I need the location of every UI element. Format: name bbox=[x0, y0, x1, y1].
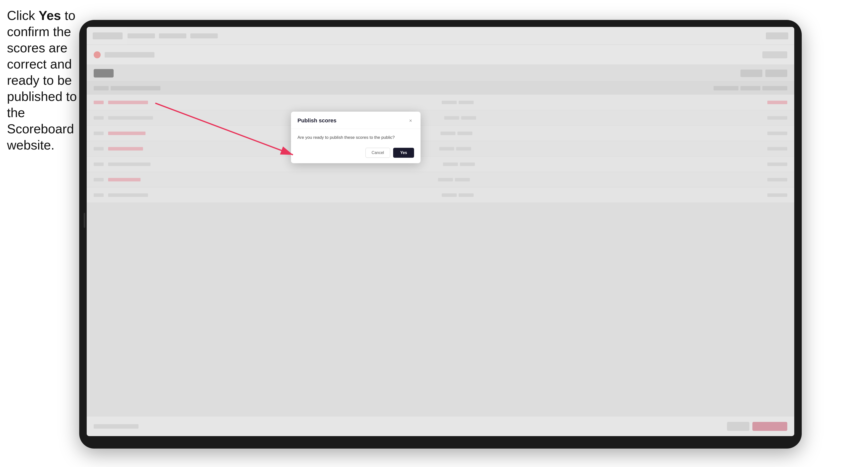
modal-footer: Cancel Yes bbox=[291, 145, 421, 163]
modal-title: Publish scores bbox=[298, 117, 337, 124]
modal-overlay: Publish scores × Are you ready to publis… bbox=[87, 27, 794, 436]
modal-header: Publish scores × bbox=[291, 112, 421, 129]
tablet-screen: Publish scores × Are you ready to publis… bbox=[87, 27, 794, 436]
cancel-button[interactable]: Cancel bbox=[366, 148, 391, 158]
modal-message: Are you ready to publish these scores to… bbox=[298, 134, 414, 141]
publish-scores-modal: Publish scores × Are you ready to publis… bbox=[291, 112, 421, 163]
yes-button[interactable]: Yes bbox=[393, 148, 414, 158]
modal-close-button[interactable]: × bbox=[407, 117, 414, 124]
tablet-device: Publish scores × Are you ready to publis… bbox=[79, 20, 802, 448]
instruction-part2: to confirm the scores are correct and re… bbox=[7, 8, 77, 152]
instruction-bold: Yes bbox=[39, 8, 61, 23]
tablet-side-button bbox=[84, 213, 85, 228]
instruction-part1: Click bbox=[7, 8, 39, 23]
instruction-text: Click Yes to confirm the scores are corr… bbox=[7, 7, 79, 153]
modal-body: Are you ready to publish these scores to… bbox=[291, 129, 421, 145]
